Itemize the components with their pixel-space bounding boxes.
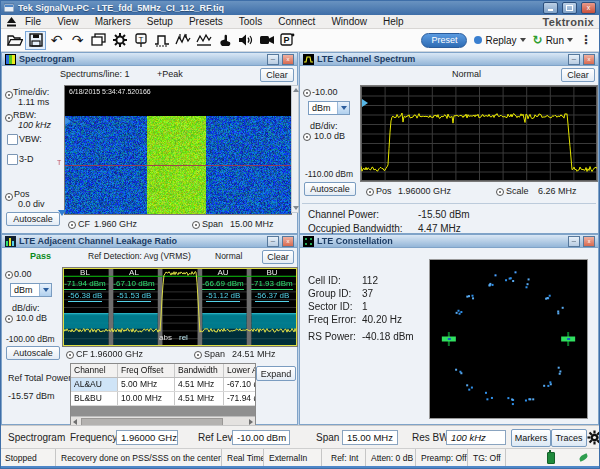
displays-icon[interactable] (88, 31, 109, 50)
spectrogram-close-icon[interactable]: x (282, 54, 294, 65)
aclr-cf-value[interactable]: 1.96000 GHz (90, 349, 143, 359)
dbdiv-value[interactable]: 10.0 dB (314, 131, 345, 141)
menu-item-connect[interactable]: Connect (270, 16, 323, 27)
scale-value[interactable]: 6.26 MHz (538, 186, 577, 196)
table-row[interactable]: BL&BU 10.00 MHz 4.51 MHz -71.94 d (71, 392, 255, 406)
menu-item-window[interactable]: Window (323, 16, 375, 27)
dbdiv-knob-icon[interactable] (303, 133, 311, 141)
eject-icon[interactable] (6, 17, 17, 27)
open-folder-icon[interactable] (4, 31, 25, 50)
aclr-unit-dropdown[interactable]: dBm (10, 283, 52, 297)
time-div-knob-icon[interactable] (5, 91, 13, 99)
aclr-ref-level-value[interactable]: 0.00 (14, 269, 32, 279)
abs-trace-label[interactable]: abs (159, 333, 172, 342)
preset-p-icon[interactable]: P (277, 31, 298, 50)
display-settings-gear-icon[interactable] (587, 430, 600, 447)
ref-level-knob-icon[interactable] (303, 89, 311, 97)
spectrogram-canvas[interactable] (65, 86, 291, 214)
spectrogram-titlebar[interactable]: Spectrogram ─ x (2, 53, 297, 66)
camera-icon[interactable] (256, 31, 277, 50)
spectrogram-minimize-icon[interactable]: ─ (267, 54, 279, 65)
menu-item-file[interactable]: File (17, 16, 49, 27)
undo-icon[interactable]: ↶ (46, 31, 67, 50)
span-knob-icon[interactable] (192, 221, 200, 229)
menu-item-markers[interactable]: Markers (87, 16, 139, 27)
ref-level-value[interactable]: -10.00 (312, 87, 338, 97)
constellation-titlebar[interactable]: LTE Constellation ─ x (300, 235, 598, 248)
aclr-titlebar[interactable]: LTE Adjacent Channel Leakage Ratio ─ x (2, 235, 297, 248)
span-input[interactable]: 15.00 MHz (342, 430, 398, 445)
settings-gear-icon[interactable] (109, 31, 130, 50)
time-div-value[interactable]: 1.11 ms (18, 97, 49, 107)
channel-spectrum-clear-button[interactable]: Clear (561, 68, 595, 82)
channel-spectrum-canvas[interactable] (361, 86, 597, 181)
expand-button[interactable]: Expand (256, 366, 296, 381)
channel-spectrum-titlebar[interactable]: LTE Channel Spectrum ─ x (300, 53, 598, 66)
traces-button[interactable]: Traces (551, 429, 587, 447)
pos-knob-icon[interactable] (5, 193, 13, 201)
table-row[interactable]: AL&AU 5.00 MHz 4.51 MHz -67.10 d (71, 378, 255, 392)
vbw-checkbox[interactable] (7, 134, 18, 145)
aclr-table[interactable]: Channel Freq Offset Bandwidth Lower A AL… (70, 363, 256, 427)
spectrogram-autoscale-button[interactable]: Autoscale (6, 212, 60, 226)
run-dropdown-caret-icon[interactable] (567, 38, 573, 42)
redo-icon[interactable]: ↷ (67, 31, 88, 50)
aclr-dbdiv-value[interactable]: 10.0 dB (16, 313, 47, 323)
cf-value[interactable]: 1.960 GHz (94, 219, 137, 229)
markers-button[interactable]: Markers (511, 429, 551, 447)
aclr-autoscale-button[interactable]: Autoscale (6, 346, 60, 360)
rel-trace-label[interactable]: rel (179, 333, 188, 342)
position-marker-icon[interactable] (58, 210, 66, 216)
dropdown-caret-icon[interactable] (337, 102, 349, 114)
constellation-minimize-icon[interactable]: ─ (568, 236, 580, 247)
unit-dropdown[interactable]: dBm (308, 101, 350, 115)
rbw-value[interactable]: 100 kHz (18, 120, 51, 130)
constellation-plot[interactable] (429, 259, 588, 419)
touch-icon[interactable] (214, 31, 235, 50)
aclr-span-knob-icon[interactable] (194, 351, 202, 359)
dropdown-caret-icon[interactable] (39, 284, 51, 296)
more-options-icon[interactable]: ⋮ (580, 33, 592, 47)
spectrogram-clear-button[interactable]: Clear (260, 68, 294, 82)
channel-spectrum-minimize-icon[interactable]: ─ (568, 54, 580, 65)
menu-item-help[interactable]: Help (375, 16, 412, 27)
window-titlebar[interactable]: Tek SignalVu-PC - LTE_fdd_5MHz_CI_112_RF… (0, 0, 600, 15)
replay-control[interactable]: Replay (474, 35, 525, 46)
aclr-cf-knob-icon[interactable] (66, 351, 74, 359)
analysis-time-icon[interactable]: T (130, 31, 151, 50)
channel-spectrum-close-icon[interactable]: x (583, 54, 595, 65)
aclr-minimize-icon[interactable]: ─ (267, 236, 279, 247)
cf-knob-icon[interactable] (68, 221, 76, 229)
menu-item-setup[interactable]: Setup (139, 16, 181, 27)
save-icon[interactable] (25, 31, 46, 50)
aclr-close-icon[interactable]: x (282, 236, 294, 247)
spectrogram-plot[interactable]: 6/18/2015 5:34:47.520166 (64, 85, 292, 215)
pos-value[interactable]: 1.96000 GHz (398, 186, 451, 196)
menu-item-view[interactable]: View (49, 16, 87, 27)
span-value[interactable]: 15.00 MHz (230, 219, 274, 229)
run-control[interactable]: ↻ Run (533, 33, 573, 47)
menu-item-presets[interactable]: Presets (181, 16, 231, 27)
aclr-ref-level-knob-icon[interactable] (5, 271, 13, 279)
ref-lev-input[interactable]: -10.00 dBm (232, 430, 290, 445)
aclr-clear-button[interactable]: Clear (262, 250, 294, 264)
res-bw-input[interactable]: 100 kHz (446, 430, 506, 445)
threed-checkbox[interactable] (7, 154, 18, 165)
replay-dropdown-caret-icon[interactable] (520, 38, 526, 42)
channel-spectrum-autoscale-button[interactable]: Autoscale (304, 182, 356, 196)
preset-button[interactable]: Preset (421, 33, 467, 48)
close-button[interactable]: x (581, 2, 596, 14)
rbw-knob-icon[interactable] (5, 114, 13, 122)
markers-waveform-icon[interactable] (172, 31, 193, 50)
frequency-input[interactable]: 1.96000 GHz (116, 430, 178, 445)
spectrogram-scrollbar[interactable] (291, 85, 299, 213)
menu-item-tools[interactable]: Tools (231, 16, 270, 27)
constellation-close-icon[interactable]: x (583, 236, 595, 247)
aclr-dbdiv-knob-icon[interactable] (5, 315, 13, 323)
audio-icon[interactable] (235, 31, 256, 50)
maximize-button[interactable] (562, 2, 577, 14)
pos-knob-icon[interactable] (366, 188, 374, 196)
scale-knob-icon[interactable] (496, 188, 504, 196)
trace-icon[interactable] (193, 31, 214, 50)
minimize-button[interactable] (543, 2, 558, 14)
